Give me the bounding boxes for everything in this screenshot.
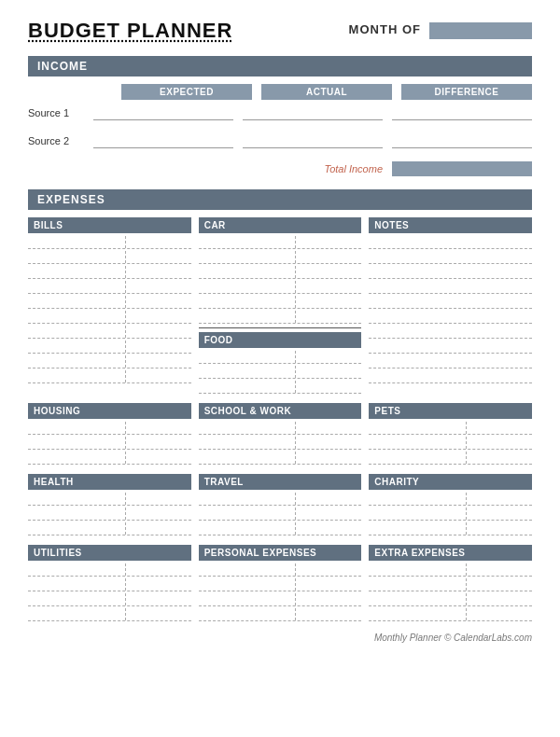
charity-rows xyxy=(369,493,532,535)
income-source2-label: Source 2 xyxy=(28,135,93,148)
table-row xyxy=(28,355,191,368)
table-row xyxy=(199,593,362,606)
housing-rows xyxy=(28,422,191,465)
footer-text: Monthly Planner © CalendarLabs.com xyxy=(374,633,532,643)
table-row xyxy=(28,522,191,535)
header: BUDGET PLANNER MONTH OF xyxy=(28,19,532,43)
income-col-labels: EXPECTED ACTUAL DIFFERENCE xyxy=(28,84,532,100)
notes-rows xyxy=(369,236,532,383)
personal-expenses-header: PERSONAL EXPENSES xyxy=(199,545,362,561)
table-row xyxy=(369,326,532,339)
table-row xyxy=(199,452,362,465)
table-row xyxy=(199,366,362,379)
income-section-header: INCOME xyxy=(28,56,532,76)
income-source1-label: Source 1 xyxy=(28,107,93,120)
table-row xyxy=(369,563,532,577)
bills-rows xyxy=(28,236,191,383)
table-row xyxy=(28,251,191,264)
total-income-row: Total Income xyxy=(28,161,532,176)
income-source2-expected xyxy=(93,133,233,148)
expenses-row1: BILLS CAR xyxy=(28,217,532,396)
table-row xyxy=(199,508,362,521)
expenses-section: EXPENSES BILLS CAR xyxy=(28,189,532,623)
extra-expenses-category: EXTRA EXPENSES xyxy=(369,545,532,623)
extra-expenses-rows xyxy=(369,563,532,621)
table-row xyxy=(369,341,532,354)
table-row xyxy=(28,593,191,606)
utilities-category: UTILITIES xyxy=(28,545,191,623)
travel-header: TRAVEL xyxy=(199,474,362,490)
table-row xyxy=(28,578,191,591)
table-row xyxy=(28,508,191,521)
table-row xyxy=(369,452,532,465)
car-header: CAR xyxy=(199,217,362,233)
table-row xyxy=(369,437,532,450)
month-of-area: MONTH OF xyxy=(349,22,532,39)
table-row xyxy=(28,493,191,506)
table-row xyxy=(28,236,191,249)
table-row xyxy=(199,251,362,264)
income-source1-expected xyxy=(93,105,233,120)
health-rows xyxy=(28,493,191,535)
utilities-rows xyxy=(28,563,191,621)
utilities-header: UTILITIES xyxy=(28,545,191,561)
total-income-box xyxy=(392,161,532,176)
personal-expenses-category: PERSONAL EXPENSES xyxy=(199,545,362,623)
travel-category: TRAVEL xyxy=(199,474,362,537)
table-row xyxy=(28,563,191,577)
total-income-label: Total Income xyxy=(324,163,383,174)
table-row xyxy=(369,281,532,294)
income-source1-actual xyxy=(243,105,383,120)
table-row xyxy=(28,296,191,309)
table-row xyxy=(369,251,532,264)
table-row xyxy=(28,437,191,450)
notes-header: NOTES xyxy=(369,217,532,233)
school-work-header: SCHOOL & WORK xyxy=(199,403,362,419)
table-row xyxy=(369,296,532,309)
table-row xyxy=(369,493,532,506)
table-row xyxy=(28,341,191,354)
health-header: HEALTH xyxy=(28,474,191,490)
food-category: FOOD xyxy=(199,332,362,394)
pets-category: PETS xyxy=(369,403,532,466)
table-row xyxy=(199,281,362,294)
car-food-col: CAR FOOD xyxy=(199,217,362,396)
table-row xyxy=(369,236,532,249)
income-col-expected: EXPECTED xyxy=(121,84,252,100)
table-row xyxy=(199,266,362,279)
personal-expenses-rows xyxy=(199,563,362,621)
income-col-actual: ACTUAL xyxy=(261,84,392,100)
food-header: FOOD xyxy=(199,332,362,348)
income-row-source1: Source 1 xyxy=(28,105,532,120)
travel-rows xyxy=(199,493,362,535)
bills-category: BILLS xyxy=(28,217,191,396)
table-row xyxy=(369,422,532,435)
expenses-row2: HOUSING SCHOOL & WORK PETS xyxy=(28,403,532,466)
table-row xyxy=(199,351,362,364)
table-row xyxy=(199,236,362,249)
car-food-divider xyxy=(199,327,362,328)
month-of-label: MONTH OF xyxy=(349,22,421,36)
footer: Monthly Planner © CalendarLabs.com xyxy=(28,633,532,643)
pets-header: PETS xyxy=(369,403,532,419)
car-rows xyxy=(199,236,362,324)
table-row xyxy=(28,311,191,324)
app-title: BUDGET PLANNER xyxy=(28,19,232,43)
health-category: HEALTH xyxy=(28,474,191,537)
table-row xyxy=(28,266,191,279)
table-row xyxy=(369,370,532,383)
income-row-source2: Source 2 xyxy=(28,133,532,148)
income-source1-fields xyxy=(93,105,532,120)
car-category: CAR xyxy=(199,217,362,324)
expenses-row3: HEALTH TRAVEL CHARITY xyxy=(28,474,532,537)
income-source1-difference xyxy=(392,105,532,120)
charity-category: CHARITY xyxy=(369,474,532,537)
table-row xyxy=(369,608,532,621)
table-row xyxy=(369,593,532,606)
table-row xyxy=(199,437,362,450)
table-row xyxy=(199,381,362,394)
charity-header: CHARITY xyxy=(369,474,532,490)
month-of-box[interactable] xyxy=(429,22,532,39)
table-row xyxy=(369,266,532,279)
table-row xyxy=(199,493,362,506)
